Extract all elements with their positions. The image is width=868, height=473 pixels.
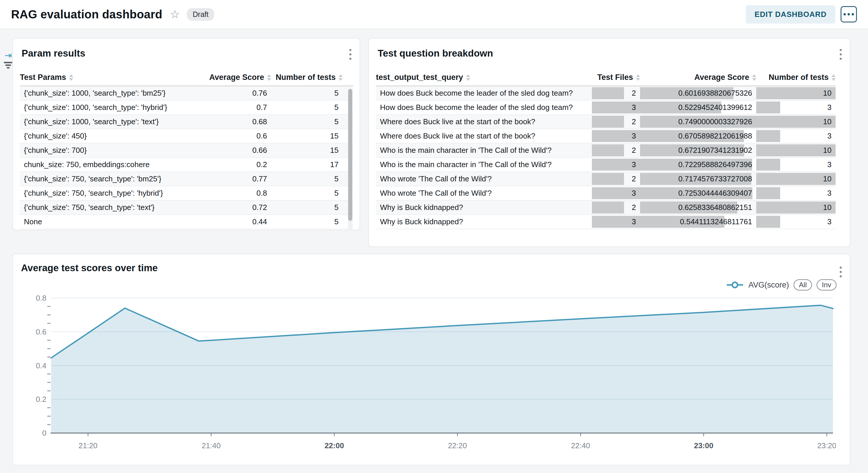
table-row[interactable]: Who is the main character in 'The Call o…	[376, 158, 836, 172]
avg-score-cell: 0.6258336480862151	[640, 201, 756, 214]
avg-score-cell: 0.6	[206, 129, 271, 143]
question-breakdown-panel: Test question breakdown test_output_test…	[368, 38, 850, 247]
test-files-cell: 2	[592, 172, 640, 186]
test-files-cell: 3	[592, 129, 640, 143]
table-row[interactable]: {'chunk_size': 750, 'search_type': 'text…	[20, 201, 353, 215]
table-row[interactable]: How does Buck become the leader of the s…	[376, 101, 836, 115]
avg-score-cell: 0.7490000003327926	[640, 115, 756, 129]
column-header[interactable]: test_output_test_query	[376, 73, 592, 82]
avg-score-cell: 0.44	[206, 215, 271, 229]
chart-menu-button[interactable]	[838, 265, 843, 279]
num-tests-cell: 15	[271, 143, 343, 157]
x-tick-label: 21:20	[79, 441, 97, 450]
x-tick-label: 23:20	[817, 441, 836, 450]
data-bar	[592, 87, 624, 99]
question-breakdown-menu-button[interactable]	[838, 47, 843, 62]
query-cell: Why is Buck kidnapped?	[376, 201, 592, 214]
column-header[interactable]: Average Score	[640, 73, 756, 82]
column-header[interactable]: Number of tests	[271, 73, 343, 82]
param-results-table: Test ParamsAverage ScoreNumber of tests …	[20, 69, 353, 229]
test-files-cell: 3	[592, 158, 640, 171]
page-title: RAG evaluation dashboard	[11, 8, 162, 21]
num-tests-cell: 10	[756, 172, 836, 186]
x-tick-label: 21:40	[202, 441, 221, 450]
column-header[interactable]: Test Files	[592, 73, 640, 82]
more-options-button[interactable]	[841, 6, 857, 23]
data-bar	[756, 130, 780, 142]
status-badge: Draft	[187, 8, 214, 21]
legend-series-label[interactable]: AVG(score)	[748, 280, 789, 290]
query-cell: Who is the main character in 'The Call o…	[376, 158, 592, 171]
table-row[interactable]: {'chunk_size': 700}0.6615	[20, 143, 353, 158]
legend-all-button[interactable]: All	[794, 279, 812, 291]
table-row[interactable]: Who wrote 'The Call of the Wild'?30.7253…	[376, 187, 836, 201]
param-results-menu-button[interactable]	[348, 47, 353, 62]
avg-score-cell: 0.7174576733727008	[640, 172, 756, 186]
param-cell: {'chunk_size': 750, 'search_type': 'text…	[20, 201, 206, 214]
num-tests-cell: 5	[271, 187, 343, 200]
legend-inv-button[interactable]: Inv	[817, 279, 836, 291]
test-files-cell: 3	[592, 101, 640, 114]
avg-score-cell: 0.5229452401399612	[640, 101, 756, 114]
y-tick-label: 0.2	[36, 395, 46, 404]
num-tests-cell: 5	[271, 201, 343, 214]
table-row[interactable]: {'chunk_size': 750, 'search_type': 'hybr…	[20, 187, 353, 201]
query-cell: Where does Buck live at the start of the…	[376, 115, 592, 129]
sort-icon	[267, 74, 271, 81]
x-tick-label: 22:20	[448, 441, 467, 450]
column-header[interactable]: Average Score	[206, 73, 271, 82]
avg-score-cell: 0.68	[206, 115, 271, 129]
avg-score-cell: 0.2	[206, 158, 271, 171]
column-header[interactable]: Number of tests	[756, 73, 836, 82]
param-cell: {'chunk_size': 750, 'search_type': 'bm25…	[20, 172, 206, 186]
chart-title: Average test scores over time	[21, 263, 158, 274]
data-bar	[756, 159, 780, 171]
query-cell: How does Buck become the leader of the s…	[376, 101, 592, 114]
table-row[interactable]: Why is Buck kidnapped?20.625833648086215…	[376, 201, 836, 215]
data-bar	[592, 173, 624, 185]
avg-scores-chart: 00.20.40.60.821:2021:4022:0022:2022:4023…	[13, 289, 836, 464]
num-tests-cell: 10	[756, 115, 836, 129]
table-row[interactable]: Who is the main character in 'The Call o…	[376, 143, 836, 158]
edit-dashboard-button[interactable]: EDIT DASHBOARD	[746, 5, 835, 24]
query-cell: Why is Buck kidnapped?	[376, 215, 592, 229]
table-row[interactable]: {'chunk_size': 1000, 'search_type': 'hyb…	[20, 101, 353, 115]
favorite-star-icon[interactable]: ☆	[170, 9, 180, 20]
legend-series-marker	[726, 281, 744, 289]
param-table-scrollbar	[348, 88, 352, 230]
sort-icon	[69, 74, 73, 81]
x-tick-label: 23:00	[694, 441, 714, 450]
data-bar	[756, 101, 780, 113]
table-row[interactable]: chunk_size: 750, embeddings:cohere0.217	[20, 158, 353, 172]
avg-score-cell: 0.7253044446309407	[640, 187, 756, 200]
param-cell: {'chunk_size': 450}	[20, 129, 206, 143]
num-tests-cell: 17	[271, 158, 343, 171]
param-cell: {'chunk_size': 1000, 'search_type': 'bm2…	[20, 86, 206, 100]
query-cell: How does Buck become the leader of the s…	[376, 86, 592, 100]
avg-score-cell: 0.7229588826497396	[640, 158, 756, 171]
x-tick-label: 22:00	[324, 441, 344, 450]
avg-score-cell: 0.5441113246811761	[640, 215, 756, 229]
table-row[interactable]: Who wrote 'The Call of the Wild'?20.7174…	[376, 172, 836, 187]
table-row[interactable]: Where does Buck live at the start of the…	[376, 115, 836, 129]
data-bar	[592, 144, 624, 156]
y-tick-label: 0.8	[36, 294, 46, 302]
table-row[interactable]: {'chunk_size': 1000, 'search_type': 'bm2…	[20, 86, 353, 101]
table-row[interactable]: {'chunk_size': 450}0.615	[20, 129, 353, 143]
column-header[interactable]: Test Params	[20, 73, 206, 82]
chart-panel: Average test scores over time AVG(score)…	[12, 254, 850, 465]
table-row[interactable]: Where does Buck live at the start of the…	[376, 129, 836, 143]
sort-icon	[752, 74, 756, 81]
table-row[interactable]: None0.445	[20, 215, 353, 229]
num-tests-cell: 5	[271, 115, 343, 129]
table-row[interactable]: {'chunk_size': 1000, 'search_type': 'tex…	[20, 115, 353, 129]
num-tests-cell: 5	[271, 86, 343, 100]
num-tests-cell: 15	[271, 129, 343, 143]
table-row[interactable]: {'chunk_size': 750, 'search_type': 'bm25…	[20, 172, 353, 187]
table-row[interactable]: How does Buck become the leader of the s…	[376, 86, 836, 101]
table-row[interactable]: Why is Buck kidnapped?30.544111324681176…	[376, 215, 836, 229]
dashboard-header: RAG evaluation dashboard ☆ Draft EDIT DA…	[0, 0, 868, 29]
num-tests-cell: 3	[756, 101, 836, 114]
param-table-scrollbar-thumb[interactable]	[348, 89, 352, 221]
sort-icon	[832, 74, 836, 81]
